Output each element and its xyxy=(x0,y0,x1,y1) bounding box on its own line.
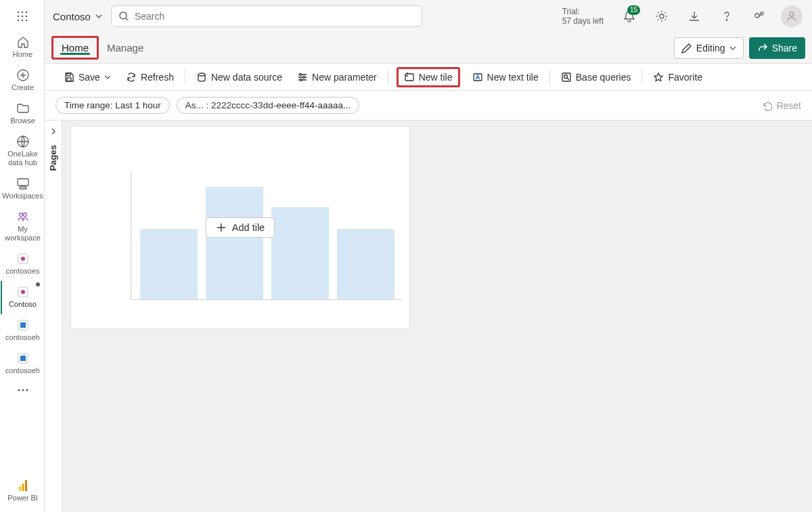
base-queries-label: Base queries xyxy=(576,72,631,83)
workspace-title-dropdown[interactable]: Contoso xyxy=(53,11,103,22)
pages-label: Pages xyxy=(48,145,58,171)
svg-point-4 xyxy=(21,16,23,18)
star-icon xyxy=(653,72,664,83)
save-label: Save xyxy=(78,72,100,83)
notifications-button[interactable]: 15 xyxy=(617,4,641,28)
svg-point-6 xyxy=(17,20,19,22)
svg-point-37 xyxy=(198,73,205,76)
rail-contoso-label: Contoso xyxy=(9,300,37,309)
refresh-button[interactable]: Refresh xyxy=(123,69,177,85)
rail-my-workspace[interactable]: My workspace xyxy=(1,206,44,248)
toolbar: Save Refresh New data source New paramet… xyxy=(45,64,812,91)
base-queries-button[interactable]: Base queries xyxy=(558,69,634,85)
svg-point-24 xyxy=(22,389,24,391)
trial-status: Trial: 57 days left xyxy=(562,7,604,26)
svg-point-32 xyxy=(755,14,759,18)
left-rail: Home Create Browse OneLake data hub Work… xyxy=(0,0,45,512)
help-button[interactable] xyxy=(715,4,739,28)
feedback-button[interactable] xyxy=(747,4,771,28)
rail-home[interactable]: Home xyxy=(1,31,44,64)
rail-power-bi-label: Power BI xyxy=(7,494,38,503)
settings-button[interactable] xyxy=(650,4,674,28)
editing-label: Editing xyxy=(696,43,725,54)
svg-rect-36 xyxy=(67,78,71,81)
time-range-pill[interactable]: Time range: Last 1 hour xyxy=(55,97,170,114)
svg-point-25 xyxy=(26,389,28,391)
share-label: Share xyxy=(772,43,797,54)
gear-icon xyxy=(655,9,669,23)
svg-rect-43 xyxy=(562,73,570,81)
workspaces-icon xyxy=(16,177,30,190)
editing-mode-button[interactable]: Editing xyxy=(674,37,744,59)
new-data-source-button[interactable]: New data source xyxy=(194,69,285,85)
tab-home[interactable]: Home xyxy=(51,36,99,60)
notifications-badge: 15 xyxy=(627,5,640,15)
canvas-area: Pages Add tile xyxy=(45,121,812,512)
chart-x-axis xyxy=(131,299,401,300)
svg-rect-12 xyxy=(20,187,26,189)
rail-create[interactable]: Create xyxy=(1,64,44,98)
svg-point-18 xyxy=(21,290,25,294)
rail-more[interactable] xyxy=(1,383,44,400)
favorite-button[interactable]: Favorite xyxy=(650,69,705,85)
globe-icon xyxy=(16,135,30,148)
svg-rect-27 xyxy=(22,484,24,491)
tile-icon xyxy=(404,72,415,83)
workspace-title: Contoso xyxy=(53,11,91,22)
svg-point-44 xyxy=(564,74,567,78)
rail-workspaces-label: Workspaces xyxy=(2,192,43,200)
share-button[interactable]: Share xyxy=(749,37,805,59)
new-text-tile-button[interactable]: New text tile xyxy=(470,69,541,85)
rail-onelake[interactable]: OneLake data hub xyxy=(1,131,44,173)
account-button[interactable] xyxy=(780,4,804,28)
chart-bar xyxy=(140,229,198,299)
download-button[interactable] xyxy=(682,4,706,28)
pencil-icon xyxy=(681,43,692,54)
new-tile-button[interactable]: New tile xyxy=(397,67,460,87)
workspace-item-icon xyxy=(16,351,30,365)
dashboard-canvas: Add tile xyxy=(62,121,812,512)
rail-contoso[interactable]: Contoso xyxy=(1,281,44,314)
rail-browse[interactable]: Browse xyxy=(1,98,44,131)
tab-manage[interactable]: Manage xyxy=(99,36,152,60)
rail-contosoeh-2[interactable]: contosoeh xyxy=(1,347,44,381)
search-box[interactable] xyxy=(111,5,422,27)
svg-point-30 xyxy=(660,14,664,18)
search-input[interactable] xyxy=(135,11,415,22)
empty-tile-card[interactable]: Add tile xyxy=(70,126,410,329)
rail-contosoeh-1[interactable]: contosoeh xyxy=(1,314,44,347)
plus-circle-icon xyxy=(16,68,30,82)
new-parameter-button[interactable]: New parameter xyxy=(294,69,380,85)
svg-point-1 xyxy=(21,12,23,14)
workspace-item-icon xyxy=(16,285,30,299)
as-filter-pill[interactable]: As... : 2222cccc-33dd-eeee-ff44-aaaaa... xyxy=(177,97,359,114)
reset-button[interactable]: Reset xyxy=(761,100,801,111)
svg-point-33 xyxy=(761,12,763,15)
svg-point-16 xyxy=(21,257,25,261)
svg-point-38 xyxy=(300,73,302,75)
svg-rect-35 xyxy=(67,73,70,76)
svg-rect-11 xyxy=(18,179,28,186)
rail-power-bi[interactable]: Power BI xyxy=(1,475,44,508)
svg-point-7 xyxy=(21,20,23,22)
rail-browse-label: Browse xyxy=(10,116,35,125)
feedback-icon xyxy=(752,9,766,23)
add-tile-label: Add tile xyxy=(232,222,265,233)
rail-workspaces[interactable]: Workspaces xyxy=(1,173,44,206)
home-icon xyxy=(16,35,30,49)
chart-y-axis xyxy=(131,171,131,300)
pages-panel[interactable]: Pages xyxy=(45,121,62,512)
rail-contosoeh2-label: contosoeh xyxy=(5,366,40,375)
save-button[interactable]: Save xyxy=(61,69,114,85)
svg-rect-26 xyxy=(19,486,21,491)
workspace-item-icon xyxy=(16,318,30,332)
svg-point-34 xyxy=(790,12,794,16)
add-tile-button[interactable]: Add tile xyxy=(206,217,275,238)
app-launcher-button[interactable] xyxy=(12,5,33,27)
new-text-tile-label: New text tile xyxy=(487,72,539,83)
main-area: Contoso Trial: 57 days left 15 xyxy=(45,0,812,512)
reset-label: Reset xyxy=(776,100,801,111)
svg-point-2 xyxy=(25,12,27,14)
rail-contosoes[interactable]: contosoes xyxy=(1,248,44,281)
svg-point-3 xyxy=(17,16,19,18)
